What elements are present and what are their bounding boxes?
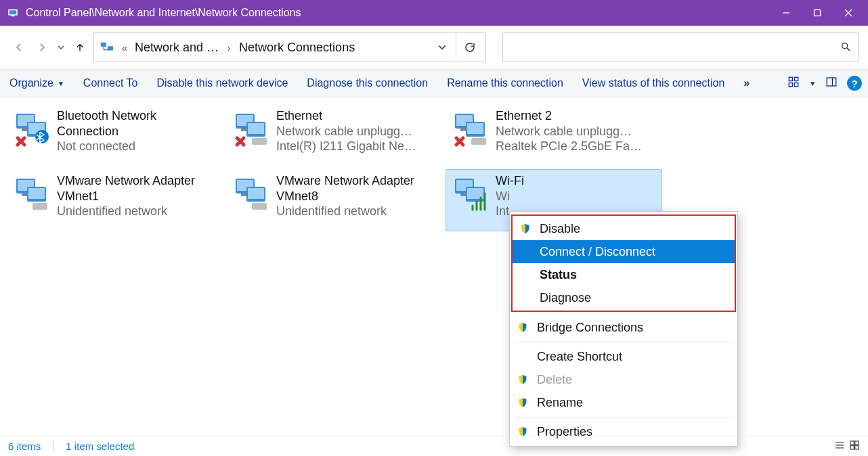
network-adapter-icon — [450, 108, 490, 149]
connection-item[interactable]: VMware Network Adapter VMnet8Unidentifie… — [226, 169, 443, 231]
svg-point-9 — [842, 43, 848, 48]
control-panel-icon — [7, 7, 19, 19]
selection-count: 1 item selected — [66, 440, 134, 452]
overflow-chevron-icon[interactable]: » — [743, 77, 750, 89]
network-adapter-icon — [230, 108, 271, 149]
svg-rect-60 — [855, 441, 859, 444]
svg-rect-59 — [850, 441, 854, 444]
svg-rect-27 — [241, 129, 246, 131]
breadcrumb-dropdown[interactable] — [429, 43, 456, 52]
breadcrumb[interactable]: « Network and … › Network Connections — [93, 32, 486, 62]
help-icon[interactable]: ? — [847, 76, 862, 91]
connection-item[interactable]: Ethernet 2Network cable unplugg…Realtek … — [446, 104, 662, 166]
connection-name: VMware Network Adapter VMnet8 — [276, 173, 439, 204]
ctx-disable-label: Disable — [540, 222, 580, 236]
connection-item[interactable]: VMware Network Adapter VMnet1Unidentifie… — [7, 169, 223, 231]
svg-rect-51 — [460, 193, 466, 196]
breadcrumb-item-current[interactable]: Network Connections — [235, 41, 359, 55]
context-menu: Disable Connect / Disconnect Status Diag… — [509, 211, 738, 447]
ctx-rename[interactable]: Rename — [510, 391, 737, 414]
maximize-button[interactable] — [802, 0, 833, 26]
shield-icon — [517, 321, 529, 334]
svg-rect-21 — [22, 129, 27, 131]
svg-rect-32 — [467, 123, 483, 134]
connection-status: Unidentified network — [57, 204, 213, 219]
shield-icon — [517, 373, 529, 386]
minimize-button[interactable] — [771, 0, 802, 26]
navigation-bar: « Network and … › Network Connections — [0, 26, 868, 69]
connect-to-command[interactable]: Connect To — [83, 77, 138, 89]
ctx-bridge[interactable]: Bridge Connections — [510, 316, 737, 339]
svg-rect-12 — [795, 77, 798, 81]
organize-label: Organize — [9, 77, 53, 89]
search-icon[interactable] — [840, 41, 851, 54]
search-box[interactable] — [502, 32, 859, 62]
preview-pane-icon[interactable] — [825, 76, 838, 91]
connection-texts: VMware Network Adapter VMnet1Unidentifie… — [57, 173, 219, 219]
search-input[interactable] — [510, 41, 840, 53]
rename-command[interactable]: Rename this connection — [447, 77, 563, 89]
connection-status: Wi — [496, 189, 524, 204]
svg-rect-39 — [22, 193, 27, 196]
diagnose-command[interactable]: Diagnose this connection — [307, 77, 428, 89]
ctx-status[interactable]: Status — [513, 263, 735, 286]
back-button[interactable] — [9, 34, 28, 61]
view-status-command[interactable]: View status of this connection — [582, 77, 725, 89]
view-mode-icon[interactable] — [787, 76, 800, 91]
context-menu-highlighted-group: Disable Connect / Disconnect Status Diag… — [511, 214, 736, 312]
command-bar: Organize▼ Connect To Disable this networ… — [0, 69, 868, 97]
organize-menu[interactable]: Organize▼ — [9, 77, 64, 89]
connection-texts: Ethernet 2Network cable unplugg…Realtek … — [496, 108, 642, 154]
up-button[interactable] — [70, 34, 89, 61]
chevron-down-icon: ▼ — [58, 80, 64, 87]
separator — [53, 441, 53, 452]
item-count: 6 items — [8, 440, 41, 452]
svg-line-10 — [847, 48, 850, 51]
connection-name: Wi-Fi — [496, 173, 524, 189]
connection-item[interactable]: EthernetNetwork cable unplugg…Intel(R) I… — [226, 104, 443, 166]
svg-rect-13 — [789, 83, 792, 87]
disable-device-command[interactable]: Disable this network device — [156, 77, 288, 89]
separator — [514, 342, 733, 342]
refresh-button[interactable] — [456, 33, 483, 62]
connection-name: Ethernet — [276, 108, 416, 124]
svg-rect-11 — [789, 77, 792, 81]
svg-rect-7 — [101, 43, 106, 47]
titlebar: Control Panel\Network and Internet\Netwo… — [0, 0, 868, 26]
ctx-diagnose-label: Diagnose — [540, 291, 591, 305]
connect-to-label: Connect To — [83, 77, 138, 89]
history-dropdown[interactable] — [56, 43, 66, 51]
connection-texts: VMware Network Adapter VMnet8Unidentifie… — [276, 173, 439, 219]
svg-rect-33 — [460, 129, 466, 131]
connection-detail: Realtek PCIe 2.5GbE Fa… — [496, 139, 642, 154]
ctx-disable[interactable]: Disable — [513, 217, 735, 240]
ctx-create-shortcut[interactable]: Create Shortcut — [510, 345, 737, 368]
view-mode-dropdown[interactable]: ▼ — [809, 80, 816, 87]
svg-rect-34 — [471, 138, 486, 145]
ctx-delete-label: Delete — [537, 373, 572, 387]
connection-item[interactable]: Bluetooth Network ConnectionNot connecte… — [7, 104, 223, 166]
network-adapter-icon — [230, 173, 271, 214]
breadcrumb-item-parent[interactable]: Network and … — [131, 41, 223, 55]
close-button[interactable] — [833, 0, 864, 26]
connection-status: Not connected — [57, 139, 213, 154]
status-bar: 6 items 1 item selected — [0, 436, 868, 456]
forward-button[interactable] — [32, 34, 51, 61]
network-adapter-icon — [11, 108, 51, 149]
network-connections-icon — [100, 40, 114, 55]
shield-icon — [519, 223, 531, 235]
svg-rect-61 — [850, 446, 854, 449]
connection-status: Network cable unplugg… — [276, 124, 416, 139]
ctx-delete: Delete — [510, 368, 737, 391]
svg-rect-28 — [252, 138, 267, 145]
disable-label: Disable this network device — [156, 77, 288, 89]
ctx-connect-disconnect[interactable]: Connect / Disconnect — [513, 240, 735, 263]
svg-rect-40 — [32, 203, 47, 210]
network-adapter-icon — [11, 173, 51, 214]
connection-texts: Bluetooth Network ConnectionNot connecte… — [57, 108, 219, 154]
chevron-left-icon[interactable]: « — [118, 42, 131, 53]
ctx-diagnose[interactable]: Diagnose — [513, 286, 735, 309]
connection-name: VMware Network Adapter VMnet1 — [57, 173, 219, 204]
icons-view-icon[interactable] — [849, 440, 860, 453]
details-view-icon[interactable] — [834, 440, 845, 453]
